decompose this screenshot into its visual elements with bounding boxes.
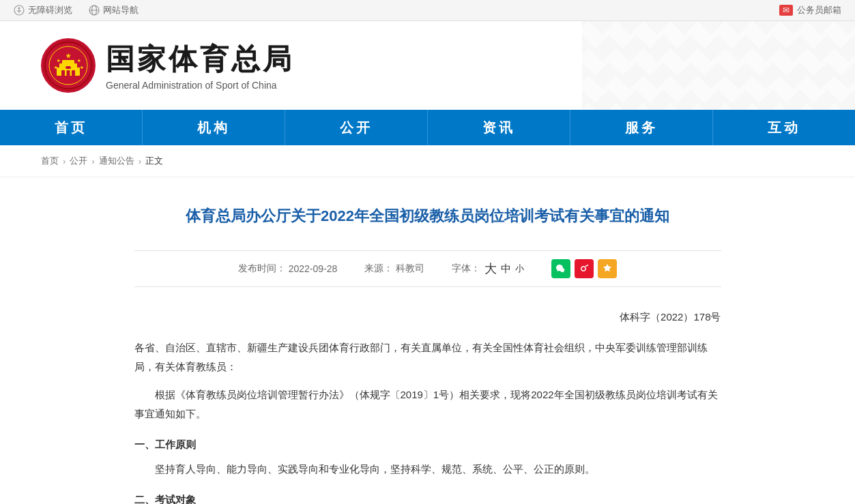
breadcrumb-sep-3: › [139,156,141,166]
breadcrumb-sep-2: › [91,156,94,166]
emblem-svg: ★ ★ ★ ★ ★ [44,42,92,89]
logo-emblem: ★ ★ ★ ★ ★ [41,38,96,93]
main-nav: 首页 机构 公开 资讯 服务 互动 [0,110,855,145]
share-favorite-btn[interactable] [598,259,617,278]
section1-content: 坚持育人导向、能力导向、实践导向和专业化导向，坚持科学、规范、系统、公平、公正的… [134,460,721,479]
logo-cn: 国家体育总局 [106,40,294,78]
share-weibo-btn[interactable] [575,259,594,278]
sitenav-label: 网站导航 [103,4,139,16]
breadcrumb-notice[interactable]: 通知公告 [99,155,134,167]
header-background [582,21,855,110]
intro-paragraph: 根据《体育教练员岗位培训管理暂行办法》（体规字〔2019〕1号）相关要求，现将2… [134,385,721,424]
svg-rect-17 [61,70,65,76]
mail-label: 公务员邮箱 [797,4,841,16]
accessibility-label: 无障碍浏览 [28,4,72,16]
svg-point-1 [18,8,20,10]
svg-rect-19 [72,70,75,76]
nav-service[interactable]: 服务 [570,110,713,145]
font-size-area: 字体： 大 中 小 [452,261,524,277]
wechat-icon [555,263,566,274]
nav-interact[interactable]: 互动 [713,110,855,145]
source-area: 来源： 科教司 [364,263,424,275]
top-bar: 无障碍浏览 网站导航 公务员邮箱 [0,0,855,21]
share-icons [551,259,617,278]
publish-date: 2022-09-28 [289,263,338,274]
globe-icon [89,5,100,16]
breadcrumb-open[interactable]: 公开 [70,155,87,167]
svg-rect-18 [67,70,70,76]
breadcrumb-current: 正文 [145,155,163,167]
breadcrumb-sep-1: › [63,156,66,166]
star-icon [602,263,613,274]
share-wechat-btn[interactable] [551,259,570,278]
sitenav-item[interactable]: 网站导航 [89,4,139,16]
main-content: 体育总局办公厅关于2022年全国初级教练员岗位培训考试有关事宜的通知 发布时间：… [121,177,735,504]
section1-title: 一、工作原则 [134,435,721,455]
mail-area[interactable]: 公务员邮箱 [779,4,841,16]
weibo-icon [579,263,590,274]
svg-text:★: ★ [66,53,72,59]
nav-home[interactable]: 首页 [0,110,143,145]
accessibility-icon [14,5,25,16]
nav-news[interactable]: 资讯 [428,110,570,145]
font-label: 字体： [452,263,480,275]
doc-number: 体科字（2022）178号 [134,308,721,327]
logo-text-area: 国家体育总局 General Administration of Sport o… [106,40,294,91]
font-large-btn[interactable]: 大 [484,261,497,277]
svg-rect-11 [62,60,74,65]
publish-date-area: 发布时间： 2022-09-28 [238,263,338,275]
source-value: 科教司 [396,263,424,275]
nav-open[interactable]: 公开 [285,110,428,145]
source-label: 来源： [364,263,393,275]
publish-label: 发布时间： [238,263,286,275]
logo-en: General Administration of Sport of China [106,80,294,91]
mail-icon [779,5,793,16]
top-bar-left: 无障碍浏览 网站导航 [14,4,139,16]
nav-institution[interactable]: 机构 [143,110,285,145]
breadcrumb-home[interactable]: 首页 [41,155,59,167]
article-body: 体科字（2022）178号 各省、自治区、直辖市、新疆生产建设兵团体育行政部门，… [134,308,721,504]
breadcrumb: 首页 › 公开 › 通知公告 › 正文 [0,145,855,177]
meta-bar: 发布时间： 2022-09-28 来源： 科教司 字体： 大 中 小 [134,250,721,287]
logo-area: ★ ★ ★ ★ ★ 国家体育总局 General Administration … [41,38,294,93]
font-small-btn[interactable]: 小 [515,263,524,275]
recipients: 各省、自治区、直辖市、新疆生产建设兵团体育行政部门，有关直属单位，有关全国性体育… [134,338,721,377]
accessibility-item[interactable]: 无障碍浏览 [14,4,72,16]
section2-title: 二、考试对象 [134,490,721,505]
font-medium-btn[interactable]: 中 [501,263,511,276]
header: ★ ★ ★ ★ ★ 国家体育总局 General Administration … [0,21,855,110]
svg-rect-20 [66,66,71,69]
article-title: 体育总局办公厅关于2022年全国初级教练员岗位培训考试有关事宜的通知 [134,198,721,234]
